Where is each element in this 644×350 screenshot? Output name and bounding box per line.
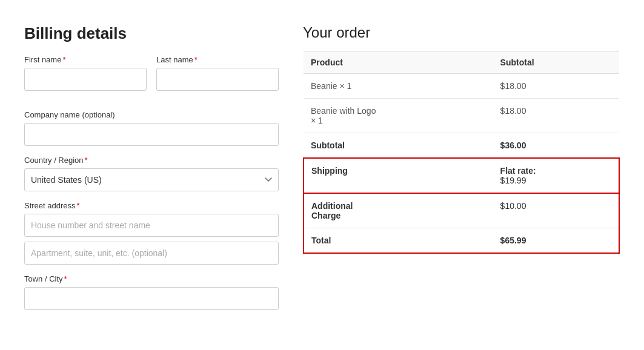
- shipping-row: Shipping Flat rate: $19.99: [304, 158, 619, 193]
- country-label: Country / Region*: [24, 156, 279, 165]
- company-name-input[interactable]: [24, 123, 279, 146]
- header-product: Product: [304, 51, 493, 74]
- product-name-1: Beanie × 1: [304, 74, 493, 99]
- country-select[interactable]: United States (US): [24, 168, 279, 191]
- street-address-label: Street address*: [24, 201, 279, 210]
- additional-charge-value: $10.00: [493, 193, 619, 228]
- first-name-required: *: [62, 55, 65, 64]
- shipping-value: Flat rate: $19.99: [493, 158, 619, 193]
- billing-title: Billing details: [24, 24, 279, 43]
- subtotal-row: Subtotal $36.00: [304, 133, 619, 159]
- company-name-label: Company name (optional): [24, 110, 279, 119]
- table-header-row: Product Subtotal: [304, 51, 619, 74]
- order-section: Your order Product Subtotal Beanie × 1 $…: [303, 24, 620, 320]
- last-name-input[interactable]: [156, 68, 279, 91]
- country-required: *: [85, 156, 88, 165]
- total-value: $65.99: [493, 228, 619, 254]
- total-row: Total $65.99: [304, 228, 619, 254]
- town-required: *: [64, 274, 67, 283]
- order-table: Product Subtotal Beanie × 1 $18.00 Beani…: [303, 51, 620, 254]
- shipping-label: Shipping: [304, 158, 493, 193]
- last-name-group: Last name*: [156, 55, 279, 91]
- total-label: Total: [304, 228, 493, 254]
- town-city-label: Town / City*: [24, 274, 279, 283]
- town-city-input[interactable]: [24, 287, 279, 310]
- country-group: Country / Region* United States (US): [24, 156, 279, 191]
- additional-charge-row: Additional Charge $10.00: [304, 193, 619, 228]
- street-address-group: Street address*: [24, 201, 279, 265]
- subtotal-label: Subtotal: [304, 133, 493, 159]
- product-price-2: $18.00: [493, 99, 619, 133]
- billing-section: Billing details First name* Last name* C…: [24, 24, 279, 320]
- town-city-group: Town / City*: [24, 274, 279, 310]
- product-price-1: $18.00: [493, 74, 619, 99]
- apartment-input[interactable]: [24, 242, 279, 265]
- first-name-group: First name*: [24, 55, 147, 91]
- first-name-label: First name*: [24, 55, 147, 64]
- additional-charge-label: Additional Charge: [304, 193, 493, 228]
- company-name-group: Company name (optional): [24, 110, 279, 146]
- last-name-required: *: [194, 55, 198, 64]
- first-name-input[interactable]: [24, 68, 147, 91]
- header-subtotal: Subtotal: [493, 51, 619, 74]
- table-row: Beanie × 1 $18.00: [304, 74, 619, 99]
- table-row: Beanie with Logo× 1 $18.00: [304, 99, 619, 133]
- page-container: Billing details First name* Last name* C…: [12, 12, 632, 332]
- name-row: First name* Last name*: [24, 55, 279, 101]
- last-name-label: Last name*: [156, 55, 279, 64]
- subtotal-value: $36.00: [493, 133, 619, 159]
- street-address-input[interactable]: [24, 214, 279, 237]
- product-name-2: Beanie with Logo× 1: [304, 99, 493, 133]
- street-required: *: [77, 201, 80, 210]
- order-title: Your order: [303, 24, 620, 41]
